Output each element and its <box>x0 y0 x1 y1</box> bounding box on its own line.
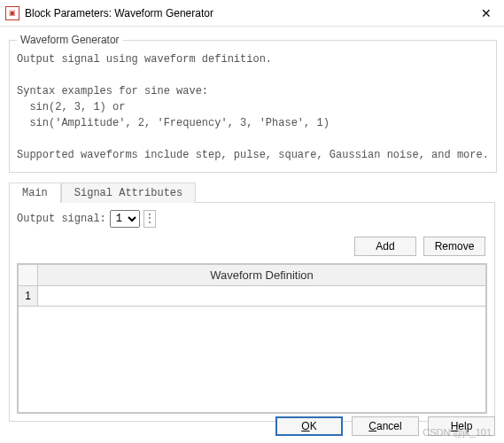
table-empty-area <box>19 307 486 413</box>
remove-button[interactable]: Remove <box>423 237 485 256</box>
waveform-table: Waveform Definition 1 <box>17 263 487 414</box>
tab-body-main: Output signal: 1 ⋮ Add Remove Waveform D… <box>9 202 495 422</box>
output-signal-label: Output signal: <box>17 213 106 225</box>
output-signal-row: Output signal: 1 ⋮ <box>17 210 487 228</box>
output-signal-actions-button[interactable]: ⋮ <box>143 210 156 228</box>
ok-button[interactable]: OK <box>275 416 343 436</box>
title-bar: ▣ Block Parameters: Waveform Generator ✕ <box>0 0 504 27</box>
waveform-definition-header: Waveform Definition <box>38 265 486 286</box>
cancel-button[interactable]: Cancel <box>352 416 419 436</box>
waveform-generator-group: Waveform Generator Output signal using w… <box>9 34 497 173</box>
close-icon[interactable]: ✕ <box>477 6 495 20</box>
table-toolbar: Add Remove <box>17 228 487 263</box>
tab-signal-attributes[interactable]: Signal Attributes <box>61 183 196 203</box>
output-signal-select[interactable]: 1 <box>110 210 140 228</box>
rownum-header <box>19 265 38 286</box>
content-area: Waveform Generator Output signal using w… <box>0 27 504 422</box>
tab-strip: Main Signal Attributes <box>9 182 495 202</box>
tab-main[interactable]: Main <box>9 183 61 203</box>
footer-buttons: OK Cancel Help <box>275 416 495 436</box>
row-value-cell[interactable] <box>38 286 486 307</box>
group-legend: Waveform Generator <box>17 34 123 46</box>
row-number: 1 <box>19 286 38 307</box>
add-button[interactable]: Add <box>354 237 416 256</box>
help-button[interactable]: Help <box>428 416 495 436</box>
app-icon: ▣ <box>5 6 19 20</box>
window-title: Block Parameters: Waveform Generator <box>25 7 477 19</box>
tabs-container: Main Signal Attributes Output signal: 1 … <box>9 182 495 422</box>
group-description: Output signal using waveform definition.… <box>17 51 489 163</box>
table-row[interactable]: 1 <box>19 286 486 307</box>
